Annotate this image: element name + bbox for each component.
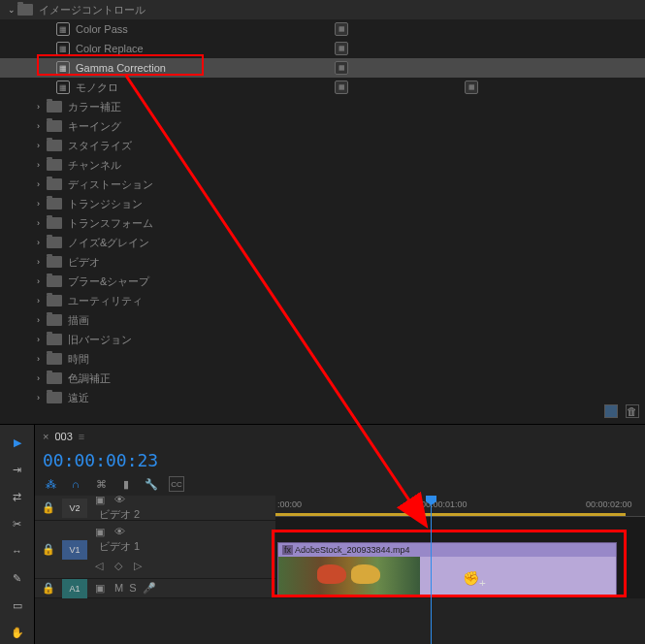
effect-gamma-correction[interactable]: ▦ Gamma Correction ▦ [0,58,645,78]
pen-tool[interactable]: ✎ [8,568,27,588]
track-v1-target[interactable]: V1 [62,540,87,560]
timeline-main: × 003 ≡ 00:00:00:23 ⁂ ∩ ⌘ ▮ 🔧 CC 🔒 V2 ▣👁… [35,425,645,644]
track-select-tool[interactable]: ⇥ [8,460,27,479]
ruler-label: 00:00:02:00 [586,499,632,509]
magnet-icon[interactable]: ∩ [68,476,83,492]
expand-arrow-icon: › [37,296,47,306]
timecode-display[interactable]: 00:00:00:23 [35,448,645,472]
folder-channel[interactable]: ›チャンネル [0,155,645,175]
timeline-content[interactable]: :00:00 00:00:01:00 00:00:02:00 fx AdobeS… [275,496,645,598]
eye-icon[interactable]: 👁 [114,494,128,507]
voice-icon[interactable]: 🎤 [143,582,156,596]
keyframe-next-icon[interactable]: ▷ [134,560,147,573]
track-v2-header[interactable]: 🔒 V2 ▣👁 ビデオ 2 [35,496,275,521]
folder-transform[interactable]: ›トランスフォーム [0,213,645,233]
track-headers: 🔒 V2 ▣👁 ビデオ 2 🔒 V1 ▣👁 ビデオ 1 ◁◇▷ [35,496,275,598]
playhead[interactable] [431,496,432,644]
accel-badge2-icon: ▦ [465,80,478,94]
new-bin-icon[interactable] [604,404,618,418]
preset-icon: ▦ [56,22,70,36]
folder-icon [47,256,62,268]
effect-label: Color Pass [76,23,128,35]
mute-button[interactable]: M [114,582,123,596]
folder-icon [47,178,62,190]
hand-tool[interactable]: ✋ [8,623,27,642]
expand-arrow-icon: › [37,102,47,112]
solo-button[interactable]: S [129,582,136,596]
sequence-name: 003 [54,431,72,442]
effect-monochrome[interactable]: ▦ モノクロ ▦▦ [0,78,645,97]
eye-icon[interactable]: 👁 [114,526,128,539]
folder-label: トランスフォーム [68,216,153,231]
folder-image-control[interactable]: ⌄ イメージコントロール [0,0,645,19]
menu-icon[interactable]: ≡ [79,431,84,442]
close-icon[interactable]: × [43,431,48,442]
expand-arrow-icon: › [37,199,47,209]
delete-icon[interactable]: 🗑 [626,404,639,418]
folder-icon [47,275,62,287]
effect-color-replace[interactable]: ▦ Color Replace ▦ [0,39,645,58]
drag-cursor-icon: ✊+ [463,570,486,589]
folder-distortion[interactable]: ›ディストーション [0,175,645,194]
video-clip[interactable]: fx AdobeStock_200933844.mp4 ✊+ [277,542,617,596]
track-a1-header[interactable]: 🔒 A1 ▣ M S 🎤 [35,579,275,598]
folder-icon [47,295,62,306]
expand-arrow-icon: › [37,238,47,247]
time-ruler[interactable]: :00:00 00:00:01:00 00:00:02:00 [275,496,645,517]
toggle-output-icon[interactable]: ▣ [95,526,109,539]
folder-icon [17,4,33,16]
slip-tool[interactable]: ↔ [8,541,27,561]
lock-icon[interactable]: 🔒 [35,582,62,595]
accel-badge-icon: ▦ [335,61,348,75]
expand-arrow-icon: › [37,121,47,131]
work-area-bar[interactable] [275,513,626,516]
folder-icon [47,159,62,171]
settings-icon[interactable]: 🔧 [144,476,159,492]
folder-stylize[interactable]: ›スタイライズ [0,136,645,155]
folder-icon [47,101,62,113]
toggle-output-icon[interactable]: ▣ [95,582,109,596]
marker-icon[interactable]: ▮ [118,476,134,492]
folder-label: ユーティリティ [68,294,143,308]
folder-blur-sharpen[interactable]: ›ブラー&シャープ [0,272,645,291]
effect-label: Gamma Correction [76,62,166,74]
track-a1-target[interactable]: A1 [62,579,87,598]
folder-keying[interactable]: ›キーイング [0,116,645,136]
folder-video[interactable]: ›ビデオ [0,252,645,272]
razor-tool[interactable]: ✂ [8,514,27,533]
folder-label: スタイライズ [68,139,132,153]
lock-icon[interactable]: 🔒 [35,543,62,556]
effect-color-pass[interactable]: ▦ Color Pass ▦ [0,19,645,39]
folder-noise-grain[interactable]: ›ノイズ&グレイン [0,233,645,252]
track-name: ビデオ 2 [95,508,140,520]
keyframe-add-icon[interactable]: ◇ [114,560,128,573]
folder-label: 遠近 [68,391,89,405]
expand-arrow-icon: › [37,354,47,364]
rectangle-tool[interactable]: ▭ [8,596,27,615]
keyframe-prev-icon[interactable]: ◁ [95,560,109,573]
cc-icon[interactable]: CC [169,476,184,492]
toggle-output-icon[interactable]: ▣ [95,494,109,507]
folder-label: 旧バージョン [68,333,132,347]
folder-time[interactable]: ›時間 [0,349,645,369]
track-v2-target[interactable]: V2 [62,499,87,518]
snap-icon[interactable]: ⁂ [43,476,58,492]
folder-icon [47,372,62,384]
folder-color-adjust[interactable]: ›色調補正 [0,369,645,388]
folder-color-correction[interactable]: ›カラー補正 [0,97,645,116]
ripple-tool[interactable]: ⇄ [8,487,27,506]
expand-arrow-icon: › [37,218,47,228]
accel-badge-icon: ▦ [335,42,348,55]
track-v1-header[interactable]: 🔒 V1 ▣👁 ビデオ 1 ◁◇▷ [35,521,275,579]
folder-transition[interactable]: ›トランジション [0,194,645,213]
sequence-tab[interactable]: × 003 ≡ [35,425,645,448]
folder-generate[interactable]: ›描画 [0,310,645,330]
folder-icon [47,217,62,229]
lock-icon[interactable]: 🔒 [35,501,62,514]
folder-utility[interactable]: ›ユーティリティ [0,291,645,310]
folder-perspective[interactable]: ›遠近 [0,388,645,407]
linked-selection-icon[interactable]: ⌘ [93,476,109,492]
folder-obsolete[interactable]: ›旧バージョン [0,330,645,349]
selection-tool[interactable]: ▶ [8,433,27,452]
clip-thumbnail [278,557,420,596]
